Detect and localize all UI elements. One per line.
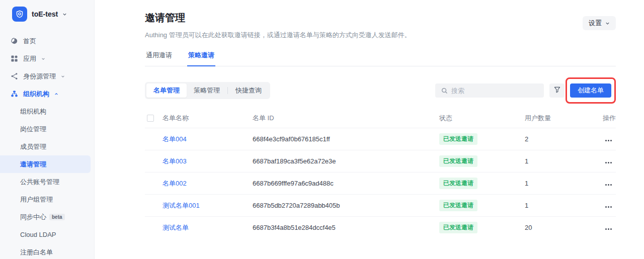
chevron-down-icon [62,10,67,19]
user-count: 1 [525,180,600,187]
segment-quick-query[interactable]: 快捷查询 [228,83,269,98]
invitation-list-table: 名单名称 名单 ID 状态 用户数量 操作 名单004 668f4e3cf9af… [145,109,616,238]
more-actions-icon [605,184,612,186]
table-row: 测试名单 6687b3f4a8b51e284dccf4e5 已发送邀请 20 [145,216,616,238]
list-name-link[interactable]: 名单002 [163,179,253,188]
more-actions-button[interactable] [600,157,616,165]
list-id: 6687b669fffe97a6c9ad488c [253,180,439,187]
column-header-users: 用户数量 [525,114,600,123]
segment-policy-mgmt[interactable]: 策略管理 [187,83,227,98]
table-row: 名单004 668f4e3cf9af0b676185c1ff 已发送邀请 2 [145,128,616,150]
home-icon [10,37,18,45]
workspace-name: toE-test [32,10,58,18]
table-row: 测试名单001 6687b5db2720a7289abb405b 已发送邀请 1 [145,194,616,216]
toolbar: 名单管理 策略管理 快捷查询 创建名单 [145,82,616,99]
user-count: 1 [525,202,600,209]
status-badge: 已发送邀请 [439,222,477,233]
chevron-down-icon [605,20,610,27]
tab-general-invitation[interactable]: 通用邀请 [145,48,173,66]
sidebar-item-label: 身份源管理 [23,72,56,81]
chevron-down-icon [41,55,45,62]
more-actions-icon [605,228,612,230]
search-box[interactable] [435,83,544,98]
sidebar-item-home[interactable]: 首页 [0,32,94,50]
list-id: 6687baf189ca3f5e62a72e3e [253,157,439,165]
more-actions-icon [605,140,612,141]
sidebar-subitem-label: 同步中心 [20,213,46,222]
tab-bar: 通用邀请 策略邀请 [145,48,616,66]
sidebar-item-organization[interactable]: 组织机构 [0,85,94,103]
main-content: 邀请管理 Authing 管理员可以在此处获取邀请链接，或通过邀请名单与策略的方… [95,0,644,259]
user-count: 2 [525,135,600,143]
page-description: Authing 管理员可以在此处获取邀请链接，或通过邀请名单与策略的方式向受邀人… [145,31,411,40]
sidebar-subitem-public-account-mgmt[interactable]: 公共账号管理 [0,173,94,191]
list-id: 668f4e3cf9af0b676185c1ff [253,135,439,143]
filter-button[interactable] [549,83,565,98]
sidebar-subitem-cloud-ldap[interactable]: Cloud LDAP [0,226,94,243]
more-actions-button[interactable] [600,180,616,187]
more-actions-icon [605,206,612,208]
more-actions-button[interactable] [600,135,616,143]
more-actions-button[interactable] [600,202,616,209]
user-count: 1 [525,157,600,165]
table-header-row: 名单名称 名单 ID 状态 用户数量 操作 [145,109,616,128]
workspace-logo [12,7,27,22]
toolbar-right: 创建名单 [435,83,616,98]
apps-icon [10,55,18,63]
share-icon [10,72,18,80]
search-icon [440,87,448,95]
sidebar-subitem-label: 邀请管理 [20,160,46,169]
sidebar-subitem-label: 注册白名单 [20,248,53,257]
status-badge: 已发送邀请 [439,200,477,211]
column-header-status: 状态 [439,114,525,123]
sidebar-item-label: 首页 [23,37,36,46]
sidebar-subitem-invitation-mgmt[interactable]: 邀请管理 [0,155,91,173]
sidebar-subitem-register-whitelist[interactable]: 注册白名单 [0,243,94,259]
column-header-id: 名单 ID [253,114,439,123]
shield-icon [16,10,24,18]
sidebar-subitem-member-mgmt[interactable]: 成员管理 [0,138,94,155]
sidebar-subitem-org-structure[interactable]: 组织机构 [0,103,94,120]
column-header-action: 操作 [600,114,616,123]
chevron-up-icon [54,90,58,98]
page-header: 邀请管理 Authing 管理员可以在此处获取邀请链接，或通过邀请名单与策略的方… [145,11,616,40]
chevron-down-icon [61,72,65,80]
tab-policy-invitation[interactable]: 策略邀请 [187,48,215,66]
sidebar-subitem-position-mgmt[interactable]: 岗位管理 [0,120,94,138]
column-header-name: 名单名称 [163,114,253,123]
sidebar-subitem-label: 岗位管理 [20,125,46,134]
list-name-link[interactable]: 名单004 [163,135,253,144]
filter-icon [554,87,560,95]
create-list-wrapper: 创建名单 [570,83,611,98]
page-header-titles: 邀请管理 Authing 管理员可以在此处获取邀请链接，或通过邀请名单与策略的方… [145,11,411,40]
more-actions-icon [605,162,612,163]
segment-list-mgmt[interactable]: 名单管理 [146,83,187,98]
list-name-link[interactable]: 测试名单 [163,223,253,232]
segment-divider [227,87,228,94]
search-input[interactable] [451,87,539,95]
list-name-link[interactable]: 测试名单001 [163,201,253,210]
more-actions-button[interactable] [600,224,616,231]
settings-button[interactable]: 设置 [583,16,616,30]
settings-button-label: 设置 [589,19,602,28]
status-badge: 已发送邀请 [439,178,477,189]
user-count: 20 [525,224,600,231]
sidebar-item-label: 组织机构 [23,90,49,99]
org-icon [10,90,18,98]
sidebar-subitem-sync-center[interactable]: 同步中心 beta [0,208,94,226]
sidebar-nav: 首页 应用 身份源管理 [0,32,94,259]
list-name-link[interactable]: 名单003 [163,157,253,166]
list-id: 6687b5db2720a7289abb405b [253,202,439,209]
workspace-switcher[interactable]: toE-test [0,6,94,22]
sidebar-item-apps[interactable]: 应用 [0,50,94,67]
sidebar-subitem-user-group-mgmt[interactable]: 用户组管理 [0,191,94,208]
segmented-control: 名单管理 策略管理 快捷查询 [145,82,270,99]
sidebar-subitem-label: 用户组管理 [20,195,53,204]
select-all-checkbox[interactable] [147,115,154,122]
sidebar-subitem-label: Cloud LDAP [20,231,56,238]
sidebar-subitem-label: 成员管理 [20,142,46,151]
table-row: 名单002 6687b669fffe97a6c9ad488c 已发送邀请 1 [145,172,616,194]
create-list-button[interactable]: 创建名单 [570,83,611,98]
sidebar-item-identity-sources[interactable]: 身份源管理 [0,67,94,85]
sidebar: toE-test 首页 应用 [0,0,95,259]
